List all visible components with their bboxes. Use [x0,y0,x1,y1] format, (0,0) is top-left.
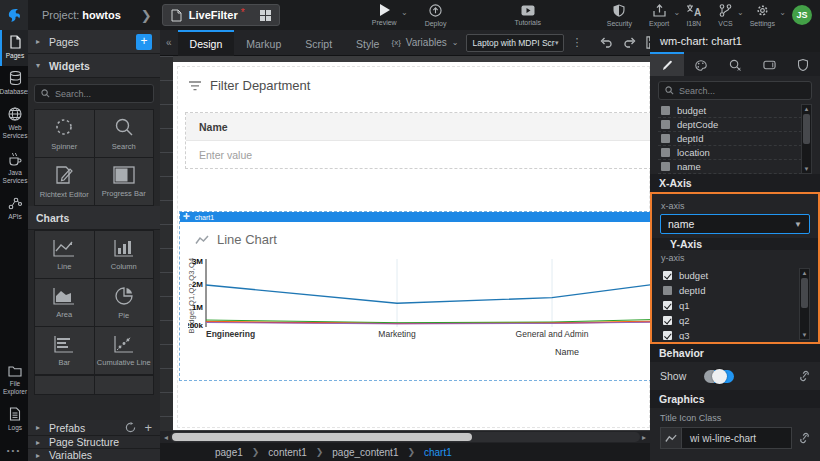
field-row-deptcode[interactable]: deptCode [658,118,812,132]
i18n-button[interactable]: A I18N [686,4,701,27]
widget-search-input[interactable]: Search... [34,84,154,103]
scroll-up-icon[interactable]: ▲ [804,105,810,113]
chart-widget-donut-partial[interactable] [35,376,94,395]
bind-icon[interactable] [799,370,810,382]
y-option-q1[interactable]: q1 [660,298,810,313]
chart-widget-line[interactable]: Line [35,231,94,278]
canvas-page[interactable]: Filter Department Name Enter value ✛ cha… [173,62,650,430]
widget-search[interactable]: Search [95,110,154,157]
widget-selection-bar[interactable]: ✛ chart1 [180,212,650,222]
field-row-budget[interactable]: budget [658,104,812,118]
y-option-budget[interactable]: budget [660,268,810,283]
checkbox[interactable] [661,134,670,143]
scrollbar-thumb[interactable] [803,114,810,144]
filter-panel-heading[interactable]: Filter Department [189,78,310,93]
checkbox[interactable] [661,120,670,129]
tab-design[interactable]: Design [178,30,235,56]
export-button[interactable]: Export ⌄ [649,4,669,27]
deploy-button[interactable]: Deploy [425,4,447,27]
chevron-down-icon[interactable]: ⌄ [737,8,744,17]
page-structure-accordion[interactable]: ▸ Page Structure [28,436,160,449]
scrollbar-thumb[interactable] [172,433,472,441]
show-toggle[interactable] [704,370,734,383]
rail-item-databases[interactable]: Databases [0,66,28,102]
rail-item-web-services[interactable]: Web Services [0,102,28,146]
refresh-icon[interactable] [125,422,136,433]
scroll-right-icon[interactable]: ▸ [640,433,648,442]
checkbox[interactable] [663,301,672,310]
checkbox[interactable] [661,106,670,115]
add-page-button[interactable]: + [136,34,152,50]
vcs-button[interactable]: VCS ⌄ [718,4,732,27]
tab-script[interactable]: Script [293,30,344,56]
more-options-icon[interactable]: ⋮ [571,36,582,49]
redo-icon[interactable] [623,37,636,48]
scrollbar-track[interactable] [170,432,640,442]
page-grid-icon[interactable] [260,10,271,21]
chart-widget-pie[interactable]: Pie [95,279,154,326]
y-option-q3[interactable]: q3 [660,328,810,340]
breadcrumb-page-content1[interactable]: page_content1 [332,447,398,458]
chart-widget-bubble-partial[interactable] [95,376,154,395]
rail-more-icon[interactable]: ••• [0,438,28,461]
livefilter-form[interactable]: Name Enter value [185,112,650,169]
x-axis-select[interactable]: name ▼ [660,214,810,234]
chevron-down-icon[interactable]: ⌄ [674,8,681,17]
field-list-scrollbar[interactable]: ▲▼ [801,104,812,174]
chart-widget[interactable]: ✛ chart1 Line Chart Budget,Q1,Q2,Q3,Q4 3… [179,211,650,381]
undo-icon[interactable] [600,37,613,48]
widget-spinner[interactable]: Spinner [35,110,94,157]
breadcrumb-content1[interactable]: content1 [268,447,306,458]
y-axis-scrollbar[interactable]: ▲▼ [799,268,810,340]
widget-progress-bar[interactable]: Progress Bar [95,158,154,205]
user-avatar[interactable]: JS [792,5,812,25]
security-button[interactable]: Security [607,4,632,27]
breadcrumb-page1[interactable]: page1 [215,447,243,458]
scroll-up-icon[interactable]: ▲ [802,269,808,277]
breadcrumb-chart1[interactable]: chart1 [424,447,452,458]
title-icon-class-input[interactable]: wi wi-line-chart [682,427,792,449]
tab-style[interactable]: Style [344,30,391,56]
settings-button[interactable]: Settings ⌄ [750,4,775,27]
tab-markup[interactable]: Markup [234,30,293,56]
rail-item-logs[interactable]: Logs [0,402,28,438]
rail-item-file-explorer[interactable]: File Explorer [0,360,28,402]
widget-richtext-editor[interactable]: Richtext Editor [35,158,94,205]
device-select[interactable]: Laptop with MDPI Screen ▾ [466,34,564,52]
rail-item-apis[interactable]: APIs [0,191,28,227]
field-row-name[interactable]: name [658,160,812,174]
variables-menu[interactable]: {x} Variables ⌄ [391,37,458,48]
rail-item-java-services[interactable]: Java Services [0,147,28,191]
tab-properties[interactable] [650,52,684,76]
widgets-accordion[interactable]: ▾ Widgets [28,54,160,78]
property-search-input[interactable]: Search... [658,81,812,100]
prefabs-accordion[interactable]: ▸ Prefabs + [28,420,160,436]
variables-accordion[interactable]: ▸ Variables [28,449,160,461]
add-prefab-icon[interactable]: + [144,420,152,435]
checkbox[interactable] [661,148,670,157]
move-icon[interactable]: ✛ [183,213,190,221]
pages-accordion[interactable]: ▸ Pages + [28,30,160,54]
scroll-down-icon[interactable]: ▼ [804,165,810,173]
canvas-horizontal-scrollbar[interactable]: ◂ ▸ [160,431,650,443]
checkbox[interactable] [663,271,672,280]
chart-widget-column[interactable]: Column [95,231,154,278]
form-field-input[interactable]: Enter value [186,141,650,168]
y-option-deptid[interactable]: deptId [660,283,810,298]
bind-icon[interactable] [799,432,810,444]
chart-widget-bar[interactable]: Bar [35,327,94,374]
checkbox[interactable] [663,316,672,325]
tutorials-button[interactable]: Tutorials [514,5,541,26]
scrollbar-thumb[interactable] [801,278,808,308]
wavemaker-logo[interactable] [0,0,28,30]
field-row-location[interactable]: location [658,146,812,160]
checkbox[interactable] [661,162,670,171]
checkbox[interactable] [663,331,672,340]
chart-widget-cumulative-line[interactable]: Cumulative Line [95,327,154,374]
chart-widget-area[interactable]: Area [35,279,94,326]
chevron-down-icon[interactable]: ⌄ [401,8,408,17]
chevron-down-icon[interactable]: ⌄ [779,8,786,17]
scroll-left-icon[interactable]: ◂ [162,433,170,442]
tab-security[interactable] [786,52,820,76]
tab-devices[interactable] [752,52,786,76]
